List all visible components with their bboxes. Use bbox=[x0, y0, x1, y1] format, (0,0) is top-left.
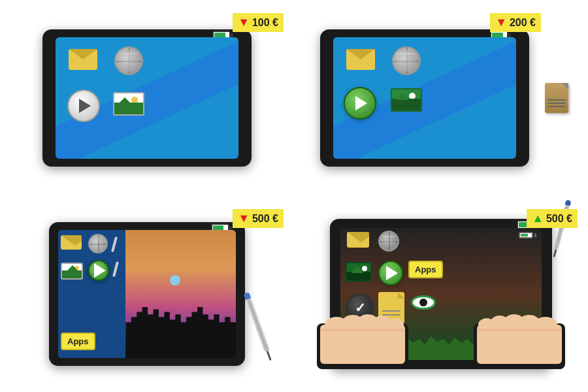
screen-battery-4 bbox=[519, 232, 536, 238]
image-icon-2 bbox=[391, 88, 422, 112]
price-label-2: 200 € bbox=[510, 17, 536, 29]
globe-icon-3 bbox=[88, 234, 108, 253]
play-green-3 bbox=[88, 260, 109, 281]
clock-icon-4 bbox=[346, 293, 374, 322]
stylus-3 bbox=[243, 292, 273, 361]
eye-icon-4 bbox=[411, 293, 436, 312]
arrow-down-2: ▼ bbox=[495, 16, 507, 29]
stylus-tip-3 bbox=[267, 351, 272, 361]
tablet-4: Apps bbox=[330, 219, 552, 369]
apps-label-4: Apps bbox=[408, 261, 443, 278]
sd-card-notch bbox=[562, 83, 568, 90]
mail-icon-4 bbox=[347, 232, 369, 248]
price-label-1: 100 € bbox=[252, 17, 278, 29]
arrow-down-3: ▼ bbox=[238, 212, 250, 225]
price-label-3: 500 € bbox=[252, 213, 278, 225]
pen-icon-3b bbox=[114, 260, 117, 278]
screen-1 bbox=[56, 37, 238, 159]
cell-1: ▼ 100 € bbox=[0, 0, 294, 196]
play-green-2 bbox=[344, 87, 376, 120]
cell-3: Apps bbox=[0, 196, 294, 392]
tablet-2 bbox=[320, 29, 529, 167]
stylus-body-3 bbox=[246, 298, 270, 352]
price-badge-1: ▼ 100 € bbox=[233, 13, 284, 32]
stylus-4 bbox=[551, 199, 571, 257]
tablet-1 bbox=[42, 29, 252, 167]
cell-4: Apps bbox=[294, 196, 588, 392]
price-label-4: 500 € bbox=[546, 213, 572, 225]
apps-button-3[interactable]: Apps bbox=[61, 333, 95, 350]
apps-button-4[interactable]: Apps bbox=[408, 261, 443, 278]
price-badge-2: ▼ 200 € bbox=[490, 13, 541, 32]
main-grid: ▼ 100 € bbox=[0, 0, 588, 392]
tablet3-wrapper: Apps bbox=[49, 222, 245, 366]
screen-3: Apps bbox=[58, 230, 236, 358]
sd-card-lines bbox=[547, 99, 566, 109]
mail-icon-3 bbox=[61, 235, 82, 250]
tablet4-wrapper: Apps bbox=[330, 219, 552, 369]
cell-2: ▼ 200 € bbox=[294, 0, 588, 196]
t3-sunset bbox=[125, 230, 236, 358]
arrow-up-4: ▲ bbox=[532, 212, 544, 225]
mail-icon-2 bbox=[346, 49, 375, 70]
globe-icon-2 bbox=[392, 46, 421, 75]
doc-icon-4 bbox=[378, 292, 404, 323]
screen-4: Apps bbox=[340, 228, 542, 360]
image-icon-3 bbox=[61, 263, 83, 280]
price-badge-3: ▼ 500 € bbox=[233, 209, 284, 228]
globe-icon-1 bbox=[114, 46, 143, 75]
t3-moon bbox=[170, 275, 180, 286]
t3-left-panel: Apps bbox=[58, 230, 125, 358]
arrow-down-1: ▼ bbox=[238, 16, 250, 29]
image-icon-4 bbox=[346, 262, 372, 282]
image-icon-1 bbox=[113, 92, 144, 116]
pen-icon-3 bbox=[113, 235, 116, 253]
play-green-4 bbox=[378, 261, 403, 286]
price-badge-4: ▲ 500 € bbox=[527, 209, 578, 228]
t3-city bbox=[125, 307, 236, 358]
screen-2 bbox=[333, 37, 516, 159]
mail-icon-1 bbox=[69, 49, 97, 70]
sd-card-body bbox=[545, 83, 568, 113]
t3-right-panel bbox=[125, 230, 236, 358]
apps-label-3: Apps bbox=[61, 333, 95, 350]
sd-card bbox=[545, 83, 568, 113]
stylus4-tip bbox=[553, 249, 557, 257]
globe-icon-4 bbox=[378, 231, 399, 252]
play-white-1 bbox=[67, 90, 100, 122]
tablet-3: Apps bbox=[49, 222, 245, 366]
